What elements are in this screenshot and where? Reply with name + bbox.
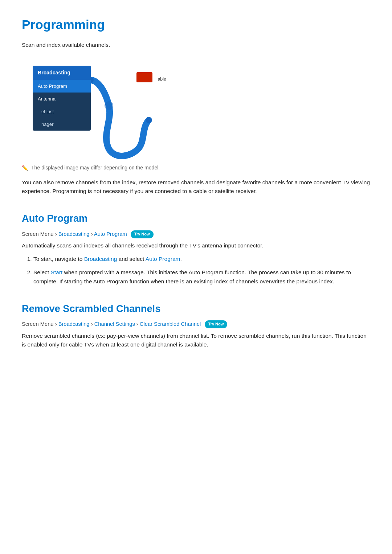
menu-item-auto-program[interactable]: Auto Program	[33, 80, 91, 93]
menu-item-channel-list[interactable]: el List	[33, 105, 91, 118]
remove-scrambled-description: Remove scrambled channels (ex: pay-per-v…	[22, 332, 370, 350]
intro-text: Scan and index available channels.	[22, 41, 370, 50]
cable-svg-area	[87, 62, 174, 160]
breadcrumb-sep3: ›	[55, 321, 58, 327]
menu-item-antenna[interactable]: Antenna	[33, 93, 91, 105]
cable-illustration	[87, 62, 174, 160]
breadcrumb-screen-menu: Screen Menu	[22, 231, 54, 237]
menu-item-manager[interactable]: nager	[33, 118, 91, 131]
tv-ui-mockup: Broadcasting Auto Program Antenna el Lis…	[22, 58, 174, 160]
svg-point-2	[105, 101, 113, 110]
section-title-auto-program: Auto Program	[22, 210, 370, 226]
breadcrumb-sep4: ›	[91, 321, 94, 327]
body-text: You can also remove channels from the in…	[22, 178, 370, 196]
breadcrumb-screen-menu-2: Screen Menu	[22, 321, 54, 327]
breadcrumb-broadcasting-link[interactable]: Broadcasting	[58, 231, 90, 237]
breadcrumb-remove-scrambled: Screen Menu › Broadcasting › Channel Set…	[22, 320, 370, 329]
step1-auto-program-link[interactable]: Auto Program	[146, 256, 180, 262]
breadcrumb-broadcasting-link-2[interactable]: Broadcasting	[58, 321, 90, 327]
step1-broadcasting-link[interactable]: Broadcasting	[84, 256, 117, 262]
image-note: ✏️ The displayed image may differ depend…	[22, 164, 370, 172]
breadcrumb-sep5: ›	[136, 321, 140, 327]
menu-header: Broadcasting	[33, 66, 91, 80]
step-1: To start, navigate to Broadcasting and s…	[33, 255, 370, 264]
step2-start-link[interactable]: Start	[50, 269, 62, 275]
try-now-badge-scrambled[interactable]: Try Now	[205, 320, 228, 328]
auto-program-steps: To start, navigate to Broadcasting and s…	[33, 255, 370, 286]
breadcrumb-auto-program-link[interactable]: Auto Program	[94, 231, 127, 237]
section-title-remove-scrambled: Remove Scrambled Channels	[22, 301, 370, 317]
svg-point-1	[146, 117, 152, 123]
breadcrumb-sep1: ›	[55, 231, 58, 237]
try-now-badge-auto-program[interactable]: Try Now	[131, 230, 154, 238]
step-2: Select Start when prompted with a messag…	[33, 268, 370, 286]
breadcrumb-auto-program: Screen Menu › Broadcasting › Auto Progra…	[22, 230, 370, 239]
note-text: The displayed image may differ depending…	[31, 164, 160, 172]
breadcrumb-channel-settings-link[interactable]: Channel Settings	[94, 321, 135, 327]
note-icon: ✏️	[22, 164, 28, 172]
page-title: Programming	[22, 15, 370, 35]
breadcrumb-sep2: ›	[91, 231, 94, 237]
menu-panel: Broadcasting Auto Program Antenna el Lis…	[33, 66, 91, 131]
auto-program-description: Automatically scans and indexes all chan…	[22, 241, 370, 250]
breadcrumb-clear-scrambled-link[interactable]: Clear Scrambled Channel	[140, 321, 201, 327]
